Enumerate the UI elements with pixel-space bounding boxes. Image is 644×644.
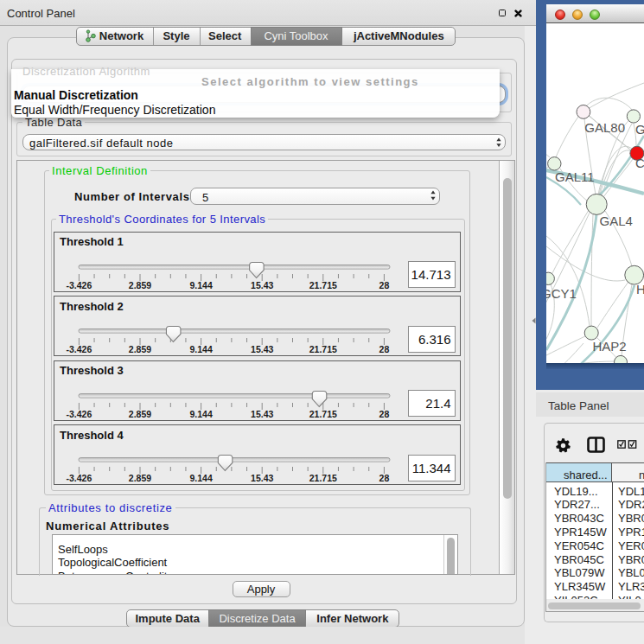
svg-text:2.859: 2.859 xyxy=(129,409,151,419)
svg-text:28: 28 xyxy=(379,344,390,354)
svg-text:28: 28 xyxy=(379,280,390,290)
svg-text:GAL80: GAL80 xyxy=(584,120,625,135)
svg-text:GA: GA xyxy=(635,122,644,137)
svg-text:9.144: 9.144 xyxy=(189,344,212,354)
svg-text:2.859: 2.859 xyxy=(129,473,151,483)
svg-text:15.43: 15.43 xyxy=(251,344,273,354)
svg-text:28: 28 xyxy=(379,409,390,419)
svg-text:9.144: 9.144 xyxy=(189,473,212,483)
svg-text:21.715: 21.715 xyxy=(309,344,337,354)
svg-text:28: 28 xyxy=(379,473,390,483)
svg-text:15.43: 15.43 xyxy=(251,473,273,483)
svg-text:C: C xyxy=(635,156,644,170)
svg-text:21.715: 21.715 xyxy=(309,473,337,483)
svg-text:-3.426: -3.426 xyxy=(67,473,92,483)
svg-text:-3.426: -3.426 xyxy=(67,409,92,419)
svg-text:2.859: 2.859 xyxy=(129,344,151,354)
svg-text:9.144: 9.144 xyxy=(189,280,212,290)
svg-text:15.43: 15.43 xyxy=(251,409,273,419)
svg-text:GAL11: GAL11 xyxy=(555,169,595,184)
svg-text:15.43: 15.43 xyxy=(251,280,273,290)
svg-text:21.715: 21.715 xyxy=(309,280,337,290)
svg-text:-3.426: -3.426 xyxy=(67,344,92,354)
svg-text:21.715: 21.715 xyxy=(309,409,337,419)
svg-text:-3.426: -3.426 xyxy=(67,280,92,290)
svg-text:H: H xyxy=(636,282,644,296)
svg-text:2.859: 2.859 xyxy=(129,280,151,290)
svg-text:GCY1: GCY1 xyxy=(546,286,577,301)
svg-text:HAP2: HAP2 xyxy=(592,339,626,354)
svg-text:GAL4: GAL4 xyxy=(600,214,633,228)
svg-text:9.144: 9.144 xyxy=(189,409,212,419)
